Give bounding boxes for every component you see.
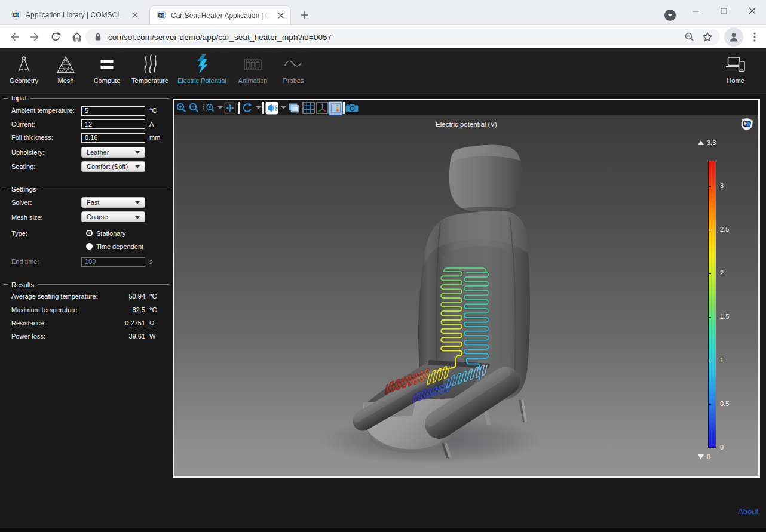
forward-button[interactable]	[24, 27, 44, 47]
electric-potential-bolt-icon	[193, 54, 211, 75]
upholstery-select[interactable]: Leather	[81, 147, 145, 158]
end-time-input[interactable]	[81, 257, 145, 267]
ribbon-electric-potential[interactable]: Electric Potential	[176, 54, 228, 91]
ambient-temperature-input[interactable]	[81, 106, 145, 116]
solver-label: Solver:	[11, 199, 32, 206]
power-loss-value: 39.61	[85, 333, 145, 340]
colorbar-tick-mark	[709, 186, 711, 187]
home-button[interactable]	[67, 27, 87, 47]
ribbon-label: Animation	[238, 77, 268, 84]
colorbar-tick-mark	[709, 317, 711, 318]
axes-orientation-button[interactable]	[315, 101, 329, 115]
scene-light-dropdown-icon[interactable]	[280, 101, 287, 115]
mesh-size-value: Coarse	[87, 213, 108, 220]
snapshot-button[interactable]	[345, 101, 359, 115]
app-ribbon: Geometry Mesh Compute	[0, 48, 766, 94]
current-unit: A	[149, 121, 154, 128]
foil-thickness-input[interactable]	[81, 133, 145, 143]
bookmark-star-icon[interactable]	[698, 29, 716, 45]
profile-avatar[interactable]	[724, 27, 743, 47]
maximize-button[interactable]	[710, 0, 738, 21]
colorbar-tick-label: 1	[720, 356, 724, 364]
tab-car-seat-heater[interactable]: Car Seat Heater Application | CO	[149, 5, 291, 24]
settings-section-legend: Settings	[4, 185, 169, 193]
address-bar: comsol.com/server-demo/app/car_seat_heat…	[0, 24, 766, 48]
section-legend-text: Settings	[11, 186, 40, 193]
rotate-button[interactable]	[240, 101, 255, 115]
tab-title: Car Seat Heater Application | CO	[171, 11, 272, 20]
lock-icon[interactable]	[93, 32, 103, 42]
colorbar-max-value: 3.3	[707, 139, 716, 146]
ribbon-label: Probes	[283, 77, 304, 84]
ambient-temperature-unit: °C	[149, 107, 157, 114]
colorbar-tick-mark	[709, 230, 711, 230]
radio-stationary[interactable]	[86, 230, 93, 236]
animation-film-icon	[243, 54, 263, 75]
resistance-unit: Ω	[149, 319, 154, 327]
minimize-button[interactable]	[682, 0, 710, 21]
zoom-in-button[interactable]	[174, 101, 188, 115]
zoom-extents-button[interactable]	[223, 101, 237, 115]
colorbar-min-marker: 0	[698, 453, 710, 460]
colorbar-max-marker: 3.3	[698, 139, 716, 146]
mesh-size-label: Mesh size:	[11, 214, 43, 221]
triangle-up-icon	[698, 140, 704, 145]
ribbon-label: Home	[727, 77, 744, 84]
transparency-button[interactable]	[287, 101, 301, 115]
grid-button[interactable]	[301, 101, 315, 115]
new-tab-button[interactable]	[298, 8, 312, 22]
ribbon-label: Temperature	[131, 77, 168, 84]
colorbar-tick-label: 0.5	[720, 400, 729, 407]
mesh-size-select[interactable]: Coarse	[81, 211, 145, 222]
radio-time-dependent[interactable]	[86, 243, 93, 250]
dropdown-arrow-icon	[135, 151, 140, 154]
rotate-dropdown-icon[interactable]	[255, 101, 262, 115]
ribbon-probes[interactable]: Probes	[268, 54, 319, 91]
tab-application-library[interactable]: Application Library | COMSOL Se	[5, 5, 145, 24]
close-window-button[interactable]	[738, 0, 766, 21]
tab-close-icon[interactable]	[130, 10, 140, 20]
colorbar-tick-label: 2	[720, 269, 724, 276]
zoom-out-button[interactable]	[187, 101, 201, 115]
browser-menu-icon[interactable]	[746, 27, 763, 47]
about-link[interactable]: About	[738, 507, 758, 516]
solver-select[interactable]: Fast	[81, 197, 145, 208]
comsol-favicon	[11, 10, 21, 20]
color-legend-button[interactable]	[329, 101, 343, 115]
plot-canvas[interactable]: Electric potential (V)	[174, 115, 758, 476]
zoom-indicator-icon[interactable]	[681, 29, 698, 45]
scene-light-button[interactable]	[265, 101, 279, 115]
parameters-panel: Input Ambient temperature: °C Current: A…	[0, 94, 173, 528]
back-button[interactable]	[5, 27, 24, 47]
url-text[interactable]: comsol.com/server-demo/app/car_seat_heat…	[108, 33, 332, 42]
reload-button[interactable]	[46, 27, 66, 47]
colorbar-tick-label: 1.5	[720, 313, 729, 320]
comsol-logo	[740, 117, 754, 131]
colorbar-min-value: 0	[707, 453, 710, 460]
seating-select[interactable]: Comfort (Soft)	[81, 161, 145, 172]
avg-temp-value: 50.94	[85, 293, 145, 300]
zoom-box-button[interactable]	[201, 101, 216, 115]
triangle-down-icon	[698, 454, 704, 459]
dropdown-arrow-icon	[135, 201, 140, 204]
power-loss-label: Power loss:	[11, 333, 45, 340]
ribbon-home[interactable]: Home	[710, 54, 761, 91]
tab-close-icon[interactable]	[275, 10, 286, 20]
tab-search-button[interactable]	[664, 10, 676, 21]
omnibox-actions	[681, 29, 716, 45]
ribbon-temperature[interactable]: Temperature	[124, 54, 176, 91]
toolbar-separator	[262, 102, 264, 114]
colorbar-tick-mark	[709, 404, 711, 405]
current-input[interactable]	[81, 119, 145, 129]
seating-value: Comfort (Soft)	[87, 163, 128, 170]
max-temp-label: Maximum temperature:	[11, 306, 79, 313]
end-time-unit: s	[149, 258, 153, 265]
omnibox[interactable]: comsol.com/server-demo/app/car_seat_heat…	[85, 29, 720, 45]
section-legend-text: Input	[11, 94, 30, 102]
ribbon-label: Electric Potential	[177, 77, 226, 84]
car-seat-3d-model	[174, 115, 758, 476]
colorbar-tick-mark	[709, 273, 711, 274]
solver-value: Fast	[87, 199, 99, 206]
radio-stationary-label: Stationary	[96, 230, 126, 237]
resistance-label: Resistance:	[11, 319, 45, 327]
